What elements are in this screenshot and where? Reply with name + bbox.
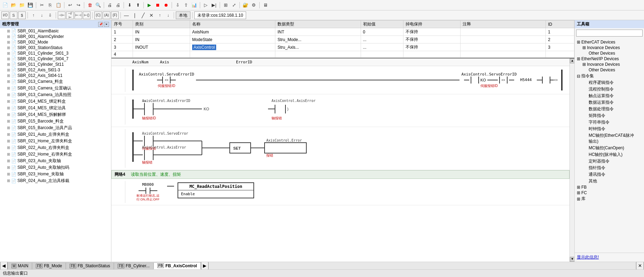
tree-item-sbr013-camera-photo[interactable]: ⊞ 📄 SBR_013_Camera_治具拍照 [0, 92, 111, 98]
io-button[interactable]: I/O [1, 11, 9, 19]
item-other[interactable]: 其他 [582, 178, 643, 184]
tree-item-sbr023-home-grip[interactable]: ⊞ 📄 SBR_023_Home_夹取轴 [0, 171, 111, 177]
item-data-proc[interactable]: 数据处理指令 [582, 106, 643, 112]
contact-nc-button[interactable]: ⊣/⊢ [66, 11, 74, 19]
tree-item-sbr011-cyl-st01[interactable]: ⊞ 📄 SBR_011_Cylinder_St01_3 [0, 50, 111, 56]
tree-item-sbr021-home-left[interactable]: ⊞ 📄 SBR_021_Home_左弹夹料盒 [0, 138, 111, 144]
copy-button[interactable]: ⎘ [46, 1, 54, 9]
scroll-up-button[interactable]: ▲ [570, 58, 574, 63]
display-button[interactable]: 🖥 [261, 1, 269, 9]
category-ethercat[interactable]: ⊞ EtherCAT Devices [576, 39, 643, 45]
func2-button[interactable]: {F} [111, 11, 119, 19]
item-comm[interactable]: 通讯指令 [582, 171, 643, 178]
down-button[interactable]: ↓ [38, 11, 46, 19]
toolbox-search-input[interactable] [576, 30, 643, 37]
find-button[interactable]: 🔍 [94, 1, 102, 9]
cross-button[interactable]: ✕ [148, 11, 155, 19]
contact-no-button[interactable]: ⊣⊢ [58, 11, 65, 19]
stop-button[interactable]: ⏹ [154, 1, 162, 9]
show-info-button[interactable]: 显示此信息! [575, 253, 644, 262]
item-clock[interactable]: 时钟指令 [582, 126, 643, 132]
item-matrix[interactable]: 矩阵指令 [582, 112, 643, 119]
tree-item-sbr013-camera-pos[interactable]: ⊞ 📄 SBR_013_Camera_位置确认 [0, 85, 111, 92]
table-row[interactable]: 4 [112, 51, 574, 58]
tree-item-sbr012-axis-st04[interactable]: ⊞ 📄 SBR_012_Axis_St04-11 [0, 73, 111, 78]
tab-fb-station[interactable]: FB FB_StationStatus [66, 262, 114, 269]
download2-button[interactable]: ⇩ [174, 1, 181, 9]
record-button[interactable]: ⏺ [162, 1, 170, 9]
arrow-up-button[interactable]: ↑ [156, 11, 164, 19]
tab-main[interactable]: M MAIN [8, 262, 32, 269]
expand-button[interactable]: ⤢ [230, 1, 238, 9]
tab-nav-right[interactable]: ▶ [201, 262, 209, 269]
tab-fb-cyliner[interactable]: FB FB_Cyliner... [114, 262, 153, 269]
open-folder-button[interactable]: 📂 [10, 1, 17, 9]
category-fb[interactable]: ⊞ FB [576, 184, 643, 190]
print-button[interactable]: 🖨 [106, 1, 113, 9]
grid-button[interactable]: ⊞ [222, 1, 229, 9]
timer-button[interactable]: {C} [94, 11, 102, 19]
dollar-button[interactable]: $ [18, 11, 26, 19]
subcategory-inovance-ethernetip[interactable]: ⊞ Inovance Devices [582, 62, 643, 67]
tree-item-sbr022-home-right[interactable]: ⊞ 📄 SBR_022_Home_右弹夹料盒 [0, 151, 111, 158]
table-row[interactable]: 1 IN AxisNum INT 0 不保持 1 [112, 28, 574, 36]
category-ethernet-ip[interactable]: ⊞ EtherNet/IP Devices [576, 56, 643, 62]
item-hc-pulse[interactable]: HC轴控(脉冲输入) [582, 151, 643, 158]
hline-button[interactable]: — [123, 11, 130, 19]
table-row[interactable]: 2 IN ModeState Stru_Mode... ... 不保持 2 [112, 36, 574, 43]
tree-item-sbr012-axis-st01[interactable]: ⊞ 📄 SBR_012_Axis_St01-3 [0, 67, 111, 73]
down2-button[interactable]: ⇩ [46, 11, 54, 19]
tree-item-sbr024-auto-left-jig[interactable]: ⊞ 📄 SBR_024_Auto_左治具移栽 [0, 177, 111, 184]
tree-item-sbr023-auto-grip-code[interactable]: ⊞ 📄 SBR_023_Auto_夹取轴扣码 [0, 164, 111, 171]
arrow-down-button[interactable]: ↓ [164, 11, 172, 19]
location-button[interactable]: 本地 [176, 11, 190, 19]
tab-fb-mode[interactable]: FB FB_Mode [32, 262, 66, 269]
upload-button[interactable]: ⬆ [134, 1, 142, 9]
vertical-scrollbar[interactable]: ▲ ▼ [570, 58, 574, 262]
download-button[interactable]: ⬇ [126, 1, 133, 9]
tree-item-sbr003-station[interactable]: ⊞ 📄 SBR_003_StationStatus [0, 45, 111, 50]
tree-item-sbr002-mode[interactable]: ⊞ 📄 SBR_002_Mode [0, 39, 111, 45]
print-preview-button[interactable]: 🖨 [114, 1, 122, 9]
item-timer[interactable]: 定时器指令 [582, 158, 643, 165]
item-other-devices-ethernetip[interactable]: Other Devices [582, 67, 643, 73]
step2-button[interactable]: ▶| [210, 1, 218, 9]
tree-item-sbr011-cyl-st11[interactable]: ⊞ 📄 SBR_011_Cylinder_St11 [0, 62, 111, 67]
open-file-button[interactable]: 📁 [18, 1, 26, 9]
item-flow[interactable]: 流程控制指令 [582, 86, 643, 93]
new-button[interactable]: 📄 [1, 1, 9, 9]
tree-item-sbr022-auto-right[interactable]: ⊞ 📄 SBR_022_Auto_右弹夹料盒 [0, 144, 111, 151]
step-button[interactable]: ▷ [202, 1, 210, 9]
redo-button[interactable]: ↪ [74, 1, 82, 9]
login-button[interactable]: 🔐 [242, 1, 249, 9]
table-row[interactable]: 3 INOUT AxisControl Stru_Axis... ... 不保持… [112, 43, 574, 51]
tree-item-sbr013-camera-box[interactable]: ⊞ 📄 SBR_013_Camera_料盒 [0, 78, 111, 85]
tree-item-sbr011-cyl-st04[interactable]: ⊞ 📄 SBR_011_Cylinder_St04_7 [0, 56, 111, 62]
category-instructions[interactable]: ⊟ 指令集 [576, 73, 643, 79]
run-button[interactable]: ▶ [146, 1, 153, 9]
cut-button[interactable]: ✂ [38, 1, 46, 9]
tree-item-sbr014-mes-bind-jig[interactable]: ⊞ 📄 SBR_014_MES_绑定治具 [0, 105, 111, 111]
item-pointer[interactable]: 指针指令 [582, 165, 643, 171]
item-other-devices-ethercat[interactable]: Other Devices [582, 50, 643, 56]
tree-item-sbr014-mes-bind-box[interactable]: ⊞ 📄 SBR_014_MES_绑定料盒 [0, 98, 111, 105]
scroll-down-button[interactable]: ▼ [570, 257, 574, 262]
tree-item-sbr015-barcode-box[interactable]: ⊞ 📄 SBR_015_Barcode_料盒 [0, 118, 111, 125]
s-button[interactable]: S [10, 11, 17, 19]
tree-item-sbr014-mes-unbind[interactable]: ⊞ 📄 SBR_014_MES_拆解解绑 [0, 111, 111, 118]
item-mc-canopen[interactable]: MC轴控(CanOpen) [582, 145, 643, 151]
save-button[interactable]: 💾 [26, 1, 34, 9]
settings-button[interactable]: ⚙ [250, 1, 258, 9]
contact3-button[interactable]: ⊢⊣ [74, 11, 82, 19]
undo-button[interactable]: ↩ [66, 1, 74, 9]
pin-button[interactable]: 📌 [98, 22, 103, 27]
vline-button[interactable]: | [131, 11, 139, 19]
coil1-button[interactable]: ⊢() [83, 11, 91, 19]
category-lib[interactable]: ⊞ 库 [576, 196, 643, 202]
tab-close-button[interactable]: ✕ [636, 262, 644, 269]
item-mc-ethercat[interactable]: MC轴控(EtherCAT&脉冲输出) [582, 132, 643, 145]
item-data-op[interactable]: 数据运算指令 [582, 99, 643, 106]
up-button[interactable]: ↑ [30, 11, 37, 19]
tab-fb-axis-control[interactable]: FB FB_AxisControl [154, 262, 201, 269]
tree-item-sbr015-barcode-jig[interactable]: ⊞ 📄 SBR_015_Barcode_治具产品 [0, 125, 111, 131]
